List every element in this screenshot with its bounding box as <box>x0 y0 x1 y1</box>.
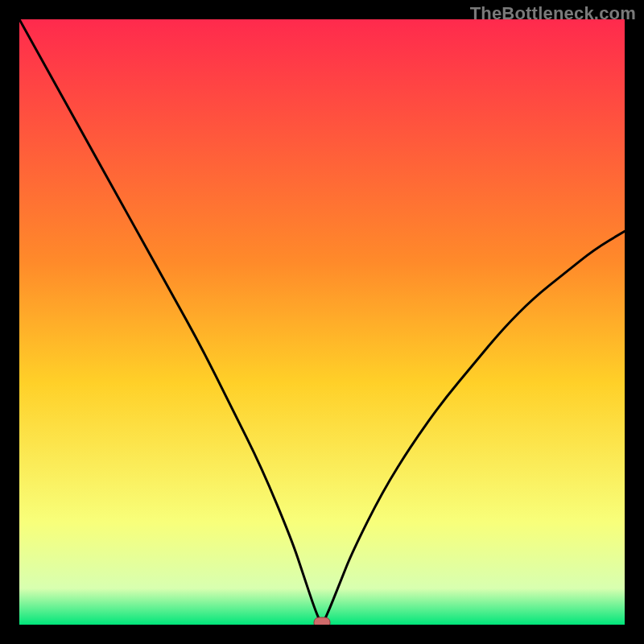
chart-frame: TheBottleneck.com <box>0 0 644 644</box>
optimum-marker <box>314 617 330 625</box>
plot-background <box>19 19 625 625</box>
bottleneck-chart <box>19 19 625 625</box>
